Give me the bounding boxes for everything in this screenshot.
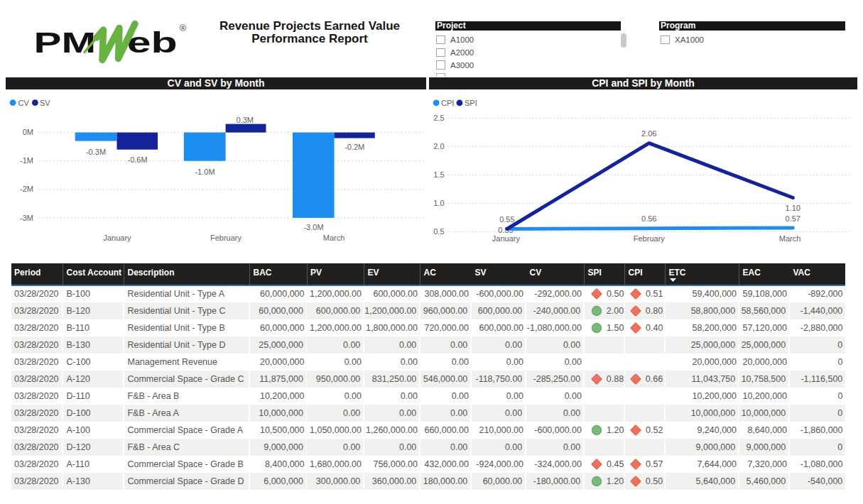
svg-text:R: R	[181, 26, 185, 31]
svg-text:PM: PM	[34, 27, 97, 59]
svg-text:0M: 0M	[23, 128, 33, 136]
svg-text:SV: SV	[40, 99, 50, 107]
svg-text:CPI: CPI	[441, 99, 454, 107]
svg-text:0.56: 0.56	[641, 214, 656, 223]
svg-text:-0.6M: -0.6M	[128, 155, 148, 164]
svg-text:-3.0M: -3.0M	[303, 223, 323, 231]
svg-text:0.5: 0.5	[433, 227, 444, 236]
svg-text:-0.2M: -0.2M	[344, 143, 364, 151]
svg-text:0.3M: 0.3M	[237, 116, 254, 124]
svg-text:March: March	[323, 234, 345, 242]
svg-text:February: February	[210, 234, 242, 242]
svg-text:-1.0M: -1.0M	[195, 168, 215, 176]
svg-text:March: March	[779, 234, 801, 243]
svg-text:2.0: 2.0	[433, 142, 444, 150]
svg-text:CV: CV	[18, 99, 30, 107]
svg-text:2.06: 2.06	[641, 129, 656, 138]
svg-text:February: February	[634, 234, 666, 243]
svg-text:SPI: SPI	[465, 99, 477, 107]
svg-text:-3M: -3M	[20, 214, 33, 222]
svg-text:January: January	[492, 234, 521, 243]
svg-text:1.5: 1.5	[433, 170, 444, 179]
svg-text:-0.3M: -0.3M	[86, 148, 106, 156]
svg-text:January: January	[103, 234, 131, 242]
svg-text:1.10: 1.10	[786, 204, 800, 212]
svg-text:2.5: 2.5	[433, 114, 444, 122]
svg-text:1.0: 1.0	[433, 199, 444, 207]
svg-text:0.57: 0.57	[786, 214, 800, 223]
svg-text:0.55: 0.55	[499, 215, 514, 224]
svg-text:-1M: -1M	[20, 156, 33, 165]
svg-text:-2M: -2M	[20, 185, 33, 193]
